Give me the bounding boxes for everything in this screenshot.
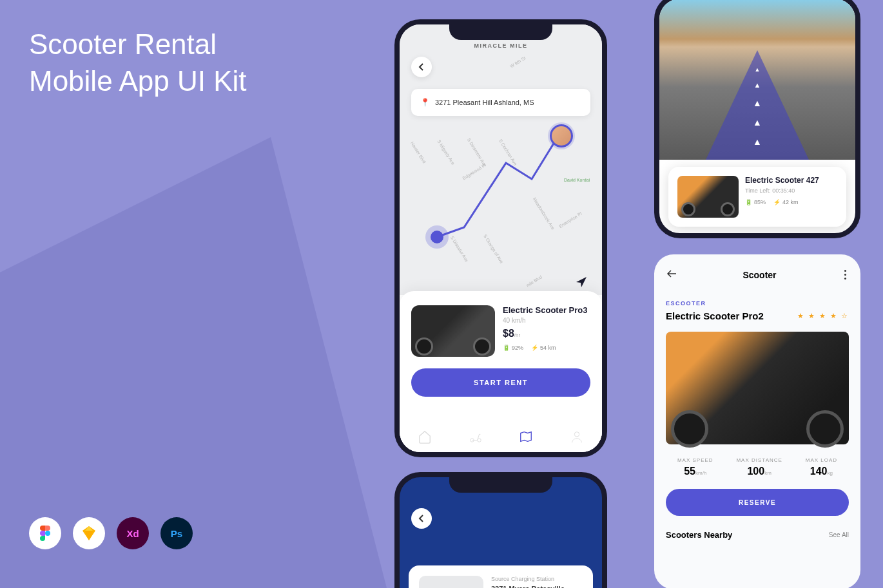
map-icon[interactable] <box>519 430 533 444</box>
battery-icon: 🔋 <box>745 199 752 205</box>
spec-max-load: MAX LOAD 140kg <box>806 457 837 477</box>
scooter-speed: 40 km/h <box>503 317 590 324</box>
nearby-row: Scooters Nearby See All <box>666 530 849 540</box>
source-address: 3271 Myers Batesville <box>491 585 583 588</box>
time-left: Time Left: 00:35:40 <box>745 187 837 194</box>
nearby-title: Scooters Nearby <box>666 530 732 540</box>
title-line-1: Scooter Rental <box>29 26 247 62</box>
distance-icon: ⚡ <box>531 345 538 351</box>
home-icon[interactable] <box>418 430 432 444</box>
mini-map <box>419 576 483 588</box>
specs-row: MAX SPEED 55km/h MAX DISTANCE 100km MAX … <box>666 457 849 477</box>
scooter-image <box>677 176 739 218</box>
distance-badge: ⚡54 km <box>531 345 556 351</box>
battery-badge: 🔋92% <box>503 345 523 351</box>
phone-map-screen: MIRACLE MILE 📍 3271 Pleasant Hill Ashlan… <box>394 19 607 457</box>
stat-badges: 🔋85% ⚡42 km <box>745 199 837 205</box>
scooter-image <box>411 305 495 357</box>
svg-point-0 <box>45 531 50 536</box>
distance-badge: ⚡42 km <box>773 199 799 205</box>
notch <box>449 477 552 493</box>
scooter-icon[interactable] <box>469 430 483 444</box>
see-all-link[interactable]: See All <box>829 531 849 538</box>
route-line <box>400 24 602 295</box>
sketch-icon <box>73 517 105 549</box>
distance-icon: ⚡ <box>773 199 781 205</box>
battery-badge: 🔋85% <box>745 199 766 205</box>
scooter-sheet: Electric Scooter Pro3 40 km/h $8/hr 🔋92%… <box>400 291 602 452</box>
spec-max-speed: MAX SPEED 55km/h <box>677 457 713 477</box>
charging-card[interactable]: Source Charging Station 3271 Myers Bates… <box>409 565 593 588</box>
name-row: Electric Scooter Pro2 ★ ★ ★ ★ ☆ <box>666 310 849 321</box>
phone-detail-screen: Scooter ESCOOTER Electric Scooter Pro2 ★… <box>654 254 860 588</box>
user-avatar-pin[interactable] <box>550 124 573 147</box>
page-title: Scooter <box>742 270 776 280</box>
figma-icon <box>29 517 61 549</box>
chevron-up-icon: ▲ <box>753 117 762 128</box>
profile-icon[interactable] <box>570 430 584 444</box>
notch <box>449 24 552 40</box>
scooter-name: Electric Scooter 427 <box>745 176 837 185</box>
scooter-card[interactable]: Electric Scooter Pro3 40 km/h $8/hr 🔋92%… <box>411 305 590 357</box>
svg-point-3 <box>574 432 579 437</box>
page-title: Scooter Rental Mobile App UI Kit <box>29 26 247 99</box>
scooter-hero-image <box>666 332 849 444</box>
scooter-name: Electric Scooter Pro2 <box>666 310 764 321</box>
chevron-up-icon: ▲ <box>753 137 762 147</box>
bottom-nav <box>400 421 602 452</box>
destination-pin[interactable] <box>431 231 443 243</box>
scooter-info: Electric Scooter Pro3 40 km/h $8/hr 🔋92%… <box>503 305 590 357</box>
back-button[interactable] <box>666 269 677 281</box>
ar-road-view: ▲ ▲ ▲ ▲ ▲ <box>659 0 855 160</box>
battery-icon: 🔋 <box>503 345 510 351</box>
scooter-price: $8/hr <box>503 328 590 339</box>
detail-header: Scooter <box>666 267 849 282</box>
tool-icons: Xd Ps <box>29 517 193 549</box>
photoshop-icon: Ps <box>160 517 193 549</box>
title-line-2: Mobile App UI Kit <box>29 62 247 99</box>
charging-info: Source Charging Station 3271 Myers Bates… <box>491 576 583 588</box>
phone-navigation-screen: ▲ ▲ ▲ ▲ ▲ Electric Scooter 427 Time Left… <box>654 0 860 238</box>
reserve-button[interactable]: RESERVE <box>666 489 849 516</box>
locate-icon[interactable] <box>575 276 588 289</box>
nav-scooter-card[interactable]: Electric Scooter 427 Time Left: 00:35:40… <box>668 167 846 227</box>
scooter-name: Electric Scooter Pro3 <box>503 305 590 315</box>
more-button[interactable] <box>842 267 849 282</box>
rating-stars: ★ ★ ★ ★ ☆ <box>797 312 849 320</box>
chevron-up-icon: ▲ <box>755 66 761 73</box>
category-label: ESCOOTER <box>666 300 849 307</box>
map[interactable]: MIRACLE MILE 📍 3271 Pleasant Hill Ashlan… <box>400 24 602 295</box>
xd-icon: Xd <box>117 517 149 549</box>
phone-charging-screen: Source Charging Station 3271 Myers Bates… <box>394 472 607 588</box>
spec-max-distance: MAX DISTANCE 100km <box>736 457 782 477</box>
chevron-up-icon: ▲ <box>754 81 761 89</box>
stat-badges: 🔋92% ⚡54 km <box>503 345 590 351</box>
start-rent-button[interactable]: START RENT <box>411 368 590 397</box>
chevron-up-icon: ▲ <box>753 98 762 108</box>
nav-info: Electric Scooter 427 Time Left: 00:35:40… <box>745 176 837 218</box>
back-button[interactable] <box>411 508 432 529</box>
source-label: Source Charging Station <box>491 576 583 582</box>
